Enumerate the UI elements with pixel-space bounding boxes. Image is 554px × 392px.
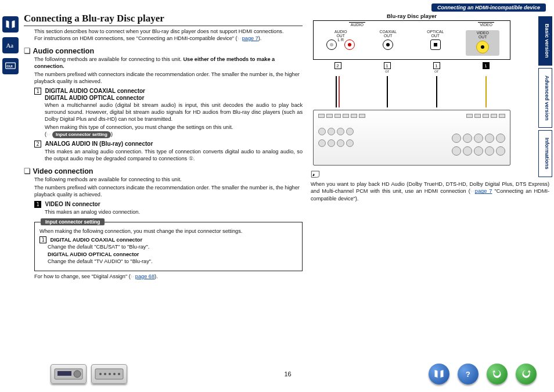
- svg-text:Aa: Aa: [6, 42, 14, 49]
- breadcrumb: Connecting an HDMI-incompatible device: [431, 3, 546, 12]
- item-number: 2: [34, 141, 41, 148]
- intro-text: This section describes how to connect wh…: [34, 28, 303, 42]
- svg-point-9: [109, 373, 111, 375]
- input-connector-pill: Input connector setting: [52, 131, 111, 138]
- svg-rect-4: [57, 371, 71, 376]
- svg-point-8: [104, 373, 106, 375]
- audio-p2: The numbers prefixed with connectors ind…: [34, 71, 303, 85]
- arrow-cw-icon: [520, 368, 532, 380]
- gui-icon[interactable]: GUI: [2, 58, 19, 74]
- port-analog-audio: AUDIO OUTL R: [324, 30, 358, 56]
- svg-text:GUI: GUI: [6, 64, 13, 68]
- nav-help-button[interactable]: ?: [458, 364, 479, 384]
- page-title: Connecting a Blu-ray Disc player: [24, 13, 303, 26]
- svg-point-7: [99, 373, 102, 375]
- tab-advanced[interactable]: Advanced version: [538, 68, 552, 128]
- receiver-rear-icon: [95, 368, 124, 380]
- link-page7-note[interactable]: page 7: [475, 188, 492, 194]
- receiver-front-icon: [54, 368, 83, 380]
- audio-item1-body2: When making this type of connection, you…: [45, 124, 303, 138]
- receiver-rear-panel: [313, 110, 510, 166]
- port-coaxial: COAXIAL OUT: [371, 30, 405, 56]
- box-footer: For how to change, see "Digital Assign" …: [34, 274, 303, 280]
- video-p1: The following methods are available for …: [34, 177, 303, 184]
- audio-item-1: 1 DIGITAL AUDIO COAXIAL connector DIGITA…: [34, 88, 303, 101]
- note-block: When you want to play back HD Audio (Dol…: [311, 170, 549, 202]
- page-footer: 16 ?: [21, 359, 554, 389]
- thumbnail-front[interactable]: [51, 364, 87, 384]
- audio-heading: Audio connection: [24, 46, 303, 55]
- diagram-title: Blu-ray Disc player: [313, 13, 510, 19]
- box-num: 1: [39, 236, 46, 243]
- audio-item2-body: This makes an analog audio connection. T…: [45, 149, 303, 163]
- audio-p1: The following methods are available for …: [34, 56, 303, 70]
- link-page68[interactable]: page 68: [135, 274, 154, 279]
- svg-point-10: [113, 373, 116, 375]
- link-page7[interactable]: page 7: [242, 35, 258, 41]
- input-connector-box: Input connector setting When making the …: [34, 222, 303, 271]
- question-icon: ?: [462, 368, 474, 380]
- item-number-solid: 1: [34, 201, 41, 208]
- video-p2: The numbers prefixed with connectors ind…: [34, 185, 303, 199]
- svg-text:?: ?: [466, 370, 470, 379]
- svg-point-5: [74, 371, 81, 377]
- player-panel: AUDIO VIDEO AUDIO OUTL R COAXIAL OUT: [313, 20, 510, 60]
- page-number: 16: [284, 371, 291, 377]
- or-label-2: or: [420, 69, 454, 74]
- pencil-icon: [311, 170, 320, 178]
- connection-diagram: Blu-ray Disc player AUDIO VIDEO AUDIO OU…: [313, 13, 510, 166]
- port-optical: OPTICAL OUT: [419, 30, 452, 56]
- book-icon: [433, 368, 445, 380]
- video-item-1: 1 VIDEO IN connector: [34, 201, 303, 208]
- item-number: 1: [34, 88, 41, 95]
- audio-item-2: 2 ANALOG AUDIO IN (Blu-ray) connector: [34, 141, 303, 148]
- nav-next-button[interactable]: [516, 364, 537, 384]
- nav-book-button[interactable]: [429, 364, 449, 384]
- video-item1-body: This makes an analog video connection.: [45, 209, 303, 216]
- tab-basic[interactable]: Basic version: [538, 16, 552, 66]
- side-tabs: Basic version Advanced version Informati…: [538, 16, 552, 177]
- or-label-1: or: [370, 69, 404, 74]
- aa-icon[interactable]: Aa: [2, 37, 19, 53]
- left-icon-rail: Aa GUI: [0, 0, 21, 392]
- arrow-ccw-icon: [491, 368, 503, 380]
- box-lead: When making the following connection, yo…: [39, 228, 297, 235]
- book-icon[interactable]: [2, 16, 19, 33]
- video-heading: Video connection: [24, 167, 303, 175]
- thumbnail-rear[interactable]: [91, 364, 127, 384]
- svg-point-11: [118, 373, 120, 375]
- audio-item1-body: When a multichannel audio (digital bit s…: [45, 102, 303, 123]
- nav-prev-button[interactable]: [487, 364, 508, 384]
- tab-informations[interactable]: Informations: [538, 130, 552, 177]
- box-title: Input connector setting: [41, 218, 105, 225]
- port-video: VIDEO OUT: [466, 30, 499, 56]
